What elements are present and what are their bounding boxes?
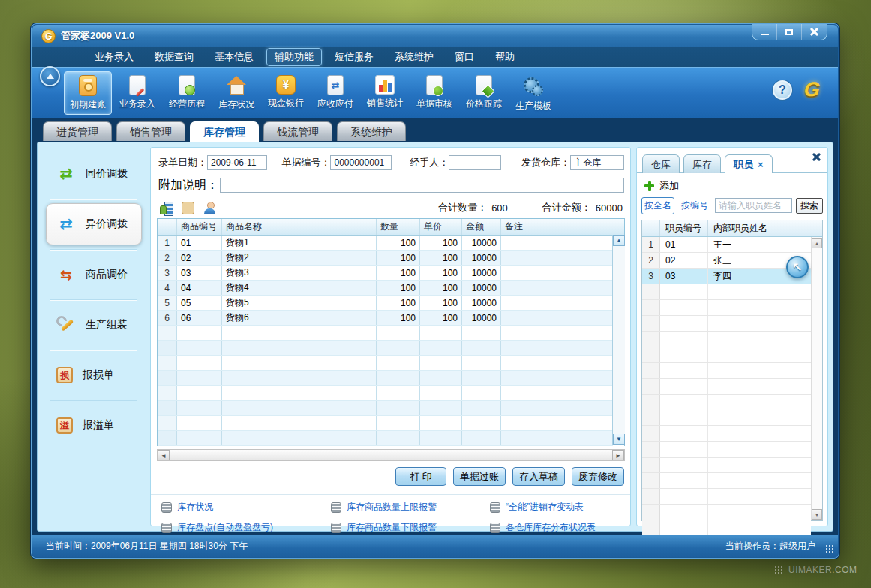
panel-close-icon[interactable]	[812, 153, 821, 161]
sidebar-item-3[interactable]: 生产组装	[46, 304, 142, 346]
collapse-toolbar-button[interactable]	[40, 66, 60, 86]
scroll-right-button[interactable]: ►	[612, 450, 624, 460]
column-header-5[interactable]: 备注	[501, 219, 624, 235]
column-header-3[interactable]: 单价	[420, 219, 462, 235]
action-button-2[interactable]: 存入草稿	[512, 467, 565, 486]
toolbar-button-price-track[interactable]: 价格跟踪	[460, 71, 508, 115]
employee-row[interactable]: 101王一	[642, 237, 811, 253]
menu-item-4[interactable]: 短信服务	[326, 48, 382, 66]
filter-by-code-button[interactable]: 按编号	[678, 197, 711, 214]
tab-1[interactable]: 销售管理	[116, 122, 185, 141]
report-link-3[interactable]: 库存盘点(自动盘盈盘亏)	[161, 521, 331, 534]
lookup-tab-1[interactable]: 库存	[683, 154, 721, 173]
scroll-down-button[interactable]: ▼	[812, 509, 822, 520]
cell: 100	[377, 296, 420, 310]
tab-3[interactable]: 钱流管理	[263, 122, 332, 141]
tab-close-icon[interactable]: ×	[758, 156, 764, 173]
scroll-up-button[interactable]: ▲	[812, 238, 822, 248]
row-number-cell: 1	[642, 237, 660, 252]
column-header-4[interactable]: 金额	[462, 219, 501, 235]
table-row[interactable]: 505货物510010010000	[158, 296, 613, 310]
business-entry-icon	[129, 75, 146, 95]
scroll-left-button[interactable]: ◄	[158, 450, 170, 460]
toolbar-button-initial-setup[interactable]: 初期建账	[64, 71, 112, 115]
toolbar-button-audit[interactable]: 单据审核	[410, 71, 458, 115]
sidebar-item-5[interactable]: 溢报溢单	[46, 404, 142, 446]
row-number-cell	[642, 316, 660, 331]
menu-item-7[interactable]: 帮助	[487, 48, 523, 66]
add-button[interactable]: 添加	[644, 178, 679, 194]
resize-grip[interactable]	[825, 544, 834, 554]
tab-0[interactable]: 进货管理	[43, 122, 112, 141]
toolbar-button-inventory-status[interactable]: 库存状况	[212, 71, 260, 115]
toolbar-button-history[interactable]: 经营历程	[163, 71, 211, 115]
column-header-2[interactable]: 数量	[377, 219, 420, 235]
search-button[interactable]: 搜索	[796, 198, 823, 214]
agent-input[interactable]	[449, 155, 501, 170]
action-button-1[interactable]: 单据过账	[453, 467, 506, 486]
cell	[501, 356, 613, 370]
employee-row[interactable]: 303李四	[642, 268, 811, 284]
menu-item-0[interactable]: 业务录入	[86, 48, 142, 66]
employee-icon[interactable]	[203, 202, 216, 214]
column-header-0[interactable]: 商品编号	[177, 219, 222, 235]
warehouse-input[interactable]	[570, 155, 624, 170]
items-hscrollbar[interactable]: ◄ ►	[157, 449, 625, 461]
sidebar-item-2[interactable]: ⇆商品调价	[46, 254, 142, 296]
sidebar-item-4[interactable]: 损报损单	[46, 354, 142, 396]
minimize-button[interactable]	[752, 24, 777, 40]
tab-2[interactable]: 库存管理	[190, 122, 259, 142]
toolbar-button-sales-stats[interactable]: 销售统计	[361, 71, 409, 115]
action-button-0[interactable]: 打 印	[395, 467, 446, 486]
column-header-1[interactable]: 商品名称	[222, 219, 377, 235]
cell	[708, 300, 811, 315]
tab-4[interactable]: 系统维护	[337, 122, 406, 141]
toolbar-button-production[interactable]: 生产模板	[509, 71, 557, 115]
sidebar-item-0[interactable]: ⇄同价调拨	[46, 153, 142, 195]
record-date-input[interactable]	[207, 155, 267, 170]
scroll-up-button[interactable]: ▲	[613, 235, 625, 246]
report-link-1[interactable]: 库存商品数量上限报警	[331, 501, 490, 514]
report-link-5[interactable]: 各仓库库存分布状况表	[490, 521, 626, 534]
row-number-cell	[158, 400, 177, 415]
action-button-3[interactable]: 废弃修改	[572, 467, 624, 486]
table-row[interactable]: 404货物410010010000	[158, 280, 613, 296]
cell	[222, 326, 377, 340]
scroll-down-button[interactable]: ▼	[613, 434, 625, 445]
report-link-0[interactable]: 库存状况	[161, 501, 331, 514]
maximize-button[interactable]	[777, 24, 802, 40]
employee-vscrollbar[interactable]: ▲ ▼	[811, 237, 822, 520]
lookup-tab-0[interactable]: 仓库	[642, 154, 680, 173]
menu-item-3[interactable]: 辅助功能	[266, 48, 322, 66]
report-link-2[interactable]: “全能”进销存变动表	[490, 501, 626, 514]
column-header-0[interactable]: 职员编号	[660, 220, 708, 236]
help-icon[interactable]: ?	[773, 80, 792, 100]
employee-search-input[interactable]	[715, 198, 792, 213]
table-row[interactable]: 303货物310010010000	[158, 266, 613, 280]
warehouse-icon[interactable]	[160, 202, 173, 214]
sidebar-item-label: 报溢单	[83, 418, 114, 432]
lookup-tab-2[interactable]: 职员×	[725, 154, 773, 173]
table-row[interactable]: 202货物210010010000	[158, 250, 613, 266]
doc-number-input[interactable]	[330, 155, 392, 170]
menu-item-2[interactable]: 基本信息	[206, 48, 262, 66]
product-icon[interactable]	[182, 202, 194, 214]
toolbar-button-cash-bank[interactable]: ¥现金银行	[262, 71, 310, 115]
menu-item-1[interactable]: 数据查询	[146, 48, 202, 66]
cell	[222, 416, 377, 430]
menu-item-5[interactable]: 系统维护	[386, 48, 442, 66]
report-link-4[interactable]: 库存商品数量下限报警	[331, 521, 490, 534]
toolbar-button-payable[interactable]: ⇄应收应付	[311, 71, 359, 115]
column-header-1[interactable]: 内部职员姓名	[708, 220, 822, 236]
close-button[interactable]	[802, 24, 827, 40]
cell	[462, 416, 501, 430]
menu-item-6[interactable]: 窗口	[446, 48, 482, 66]
items-vscrollbar[interactable]: ▲ ▼	[612, 235, 625, 445]
table-row[interactable]: 606货物610010010000	[158, 310, 613, 326]
toolbar-button-business-entry[interactable]: 业务录入	[113, 71, 161, 115]
filter-by-name-button[interactable]: 按全名	[641, 197, 674, 214]
table-row[interactable]: 101货物110010010000	[158, 236, 613, 250]
note-input[interactable]	[220, 178, 624, 193]
sidebar-item-1[interactable]: ⇄异价调拨	[46, 203, 142, 245]
table-row	[158, 386, 613, 400]
